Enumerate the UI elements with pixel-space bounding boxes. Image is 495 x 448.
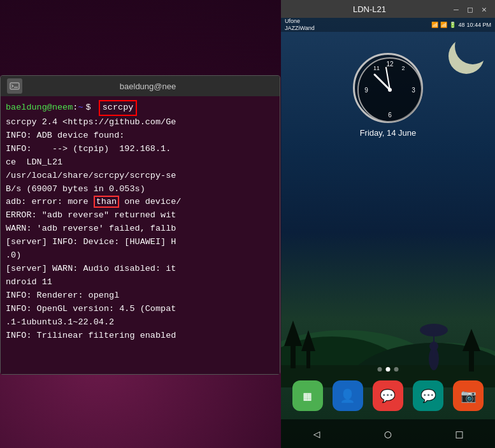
phone-controls: — □ ✕ <box>452 4 489 13</box>
battery-percent: 48 <box>458 22 464 28</box>
terminal-line-10: [server] INFO: Device: [HUAWEI] H <box>6 236 275 249</box>
terminal-line-12: [server] WARN: Audio disabled: it <box>6 263 275 276</box>
svg-text:3: 3 <box>412 87 415 94</box>
terminal-body: baeldung@neem:~$ scrcpy scrcpy 2.4 <http… <box>1 96 280 374</box>
svg-marker-21 <box>284 321 302 346</box>
dot-2 <box>386 367 391 372</box>
terminal-line-6: B/s (69007 bytes in 0.053s) <box>6 183 275 196</box>
app-contacts[interactable]: 👤 <box>333 380 363 411</box>
terminal-line-7: adb: error: more than one device/ <box>6 196 275 209</box>
dots-indicator <box>378 367 399 372</box>
phone-screen: Ufone JAZZiWand 📶 📶 🔋 48 10:44 PM <box>281 18 495 448</box>
close-button[interactable]: ✕ <box>480 4 489 13</box>
svg-point-27 <box>429 342 438 350</box>
svg-marker-29 <box>463 329 480 351</box>
terminal-line-17: INFO: Trilinear filtering enabled <box>6 329 275 343</box>
svg-rect-20 <box>291 343 296 368</box>
svg-rect-28 <box>469 349 474 372</box>
status-right: 📶 📶 🔋 48 10:44 PM <box>431 22 491 28</box>
prompt-tilde: ~ <box>78 101 83 115</box>
app-calculator[interactable]: ▦ <box>292 380 323 411</box>
minimize-button[interactable]: — <box>452 4 461 13</box>
signal-icon: 📶 <box>440 22 447 28</box>
dot-1 <box>378 367 382 372</box>
svg-text:6: 6 <box>388 112 392 119</box>
home-button[interactable]: ○ <box>385 427 392 440</box>
phone-titlebar: LDN-L21 — □ ✕ <box>281 0 495 18</box>
terminal-line-4: ce LDN_L21 <box>6 156 275 170</box>
phone-title: LDN-L21 <box>287 4 452 14</box>
svg-text:11: 11 <box>373 65 380 71</box>
prompt-user: baeldung@neem <box>6 101 73 115</box>
svg-point-14 <box>388 88 392 92</box>
terminal-line-14: INFO: Renderer: opengl <box>6 289 275 303</box>
clock-container: 12 3 6 9 2 11 Friday, 14 June <box>353 53 423 138</box>
terminal-line-5: /usr/local/share/scrcpy/scrcpy-se <box>6 170 275 183</box>
terminal-icon <box>7 78 22 94</box>
terminal-title: baeldung@nee <box>22 82 273 91</box>
carrier-info: Ufone JAZZiWand <box>285 18 315 32</box>
prompt-line: baeldung@neem:~$ scrcpy <box>6 100 275 116</box>
terminal-line-2: INFO: ADB device found: <box>6 129 275 143</box>
terminal-line-16: .1-1ubuntu3.1~22.04.2 <box>6 316 275 329</box>
recents-button[interactable]: □ <box>456 427 463 440</box>
back-button[interactable]: ◁ <box>313 427 320 440</box>
svg-text:12: 12 <box>386 61 394 68</box>
terminal-line-13: ndroid 11 <box>6 276 275 289</box>
status-bar: Ufone JAZZiWand 📶 📶 🔋 48 10:44 PM <box>281 18 495 32</box>
analog-clock: 12 3 6 9 2 11 <box>353 53 423 123</box>
prompt-dollar: $ <box>86 101 91 115</box>
phone-window: LDN-L21 — □ ✕ Ufone JAZZiWand 📶 📶 🔋 48 1… <box>281 0 495 448</box>
carrier-name-2: JAZZiWand <box>285 25 315 32</box>
svg-rect-22 <box>306 349 310 368</box>
svg-point-26 <box>429 347 439 370</box>
app-messages[interactable]: 💬 <box>373 380 403 411</box>
terminal-line-9: WARN: 'adb reverse' failed, fallb <box>6 222 275 236</box>
svg-text:9: 9 <box>364 87 368 94</box>
terminal-window: baeldung@nee baeldung@neem:~$ scrcpy scr… <box>0 75 280 375</box>
terminal-line-15: INFO: OpenGL version: 4.5 (Compat <box>6 303 275 316</box>
terminal-line-8: ERROR: "adb reverse" returned wit <box>6 209 275 222</box>
terminal-titlebar: baeldung@nee <box>1 76 280 96</box>
clock-date: Friday, 14 June <box>360 128 417 138</box>
svg-point-24 <box>420 324 448 336</box>
terminal-line-1: scrcpy 2.4 <https://github.com/Ge <box>6 116 275 129</box>
bottom-nav: ◁ ○ □ <box>281 419 495 448</box>
command-highlight: scrcpy <box>99 100 138 116</box>
app-camera[interactable]: 📷 <box>453 380 484 411</box>
battery-icon: 🔋 <box>449 22 456 28</box>
wifi-icon: 📶 <box>431 22 438 28</box>
app-dock: ▦ 👤 💬 💬 📷 <box>281 375 495 416</box>
terminal-line-3: INFO: --> (tcpip) 192.168.1. <box>6 143 275 156</box>
maximize-button[interactable]: □ <box>466 4 475 13</box>
terminal-line-11: .0) <box>6 249 275 263</box>
time-display: 10:44 PM <box>466 22 491 28</box>
svg-text:2: 2 <box>401 65 405 71</box>
carrier-name: Ufone <box>285 18 315 25</box>
moon-decoration <box>444 34 482 72</box>
svg-point-4 <box>448 38 484 74</box>
prompt-colon: : <box>73 101 78 115</box>
dot-3 <box>394 367 399 372</box>
app-chat[interactable]: 💬 <box>413 380 443 411</box>
svg-rect-0 <box>10 83 19 89</box>
